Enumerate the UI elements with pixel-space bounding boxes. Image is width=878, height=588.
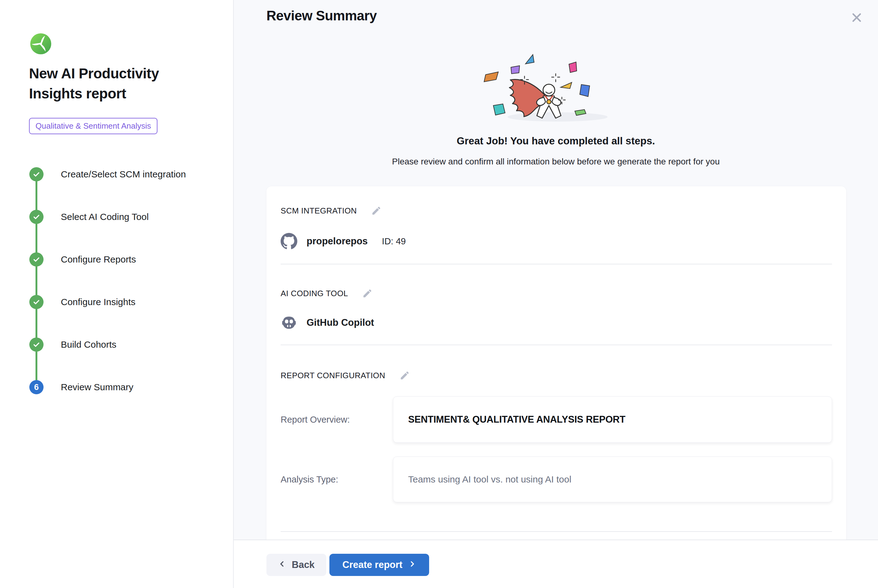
report-overview-value-box: SENTIMENT& QUALITATIVE ANALYSIS REPORT bbox=[393, 396, 832, 443]
step-label: Configure Reports bbox=[61, 254, 136, 265]
step-select-ai-coding-tool[interactable]: Select AI Coding Tool bbox=[29, 210, 149, 224]
close-icon[interactable] bbox=[849, 10, 864, 25]
report-overview-label: Report Overview: bbox=[281, 396, 393, 443]
step-label: Build Cohorts bbox=[61, 339, 116, 350]
scm-integration-name: propelorepos bbox=[307, 236, 368, 247]
congrats-subtext: Please review and confirm all informatio… bbox=[234, 157, 878, 166]
pencil-icon[interactable] bbox=[400, 370, 410, 381]
report-configuration-label: REPORT CONFIGURATION bbox=[281, 371, 385, 380]
pencil-icon[interactable] bbox=[362, 288, 373, 298]
analysis-type-value-box: Teams using AI tool vs. not using AI too… bbox=[393, 457, 832, 502]
report-type-badge: Qualitative & Sentiment Analysis bbox=[29, 118, 158, 134]
section-divider bbox=[281, 531, 832, 532]
section-divider bbox=[281, 345, 832, 345]
step-review-summary-active[interactable]: 6 Review Summary bbox=[29, 380, 133, 394]
analysis-type-row: Analysis Type: Teams using AI tool vs. n… bbox=[281, 457, 832, 502]
section-divider bbox=[281, 264, 832, 264]
step-label: Select AI Coding Tool bbox=[61, 212, 149, 222]
analysis-type-value: Teams using AI tool vs. not using AI too… bbox=[408, 474, 571, 484]
check-icon bbox=[29, 252, 44, 267]
step-create-select-scm-integration[interactable]: Create/Select SCM integration bbox=[29, 167, 186, 182]
wizard-sidebar: New AI Productivity Insights report Qual… bbox=[0, 0, 234, 588]
ai-coding-tool-value-row: GitHub Copilot bbox=[281, 314, 374, 332]
scm-integration-value-row: propelorepos ID: 49 bbox=[281, 232, 406, 250]
ai-coding-tool-name: GitHub Copilot bbox=[307, 317, 374, 328]
congrats-heading: Great Job! You have completed all steps. bbox=[234, 135, 878, 147]
report-overview-row: Report Overview: SENTIMENT& QUALITATIVE … bbox=[281, 396, 832, 443]
step-number-badge: 6 bbox=[29, 380, 44, 394]
chevron-right-icon bbox=[408, 559, 416, 570]
wizard-stepper: Create/Select SCM integration Select AI … bbox=[29, 167, 215, 397]
stepper-connector-line bbox=[36, 174, 38, 387]
back-button-label: Back bbox=[292, 559, 314, 570]
scm-integration-id: ID: 49 bbox=[382, 236, 406, 246]
back-button[interactable]: Back bbox=[266, 554, 326, 576]
report-title: New AI Productivity Insights report bbox=[29, 63, 183, 104]
scm-integration-label: SCM INTEGRATION bbox=[281, 206, 357, 216]
check-icon bbox=[29, 295, 44, 309]
pencil-icon[interactable] bbox=[371, 206, 382, 216]
github-copilot-icon bbox=[281, 314, 297, 331]
report-overview-value: SENTIMENT& QUALITATIVE ANALYSIS REPORT bbox=[408, 414, 625, 425]
step-configure-reports[interactable]: Configure Reports bbox=[29, 252, 136, 267]
step-build-cohorts[interactable]: Build Cohorts bbox=[29, 338, 116, 352]
analysis-type-label: Analysis Type: bbox=[281, 457, 393, 502]
scm-integration-section-header: SCM INTEGRATION bbox=[281, 206, 382, 216]
review-summary-panel: Review Summary bbox=[234, 0, 878, 588]
check-icon bbox=[29, 210, 44, 224]
celebration-illustration bbox=[469, 45, 642, 131]
wizard-footer: Back Create report bbox=[234, 540, 878, 588]
step-configure-insights[interactable]: Configure Insights bbox=[29, 295, 135, 309]
create-report-button[interactable]: Create report bbox=[329, 554, 429, 576]
ai-coding-tool-label: AI CODING TOOL bbox=[281, 289, 348, 298]
page-title: Review Summary bbox=[266, 8, 377, 24]
summary-card: SCM INTEGRATION propelorepos ID: 49 AI C… bbox=[266, 186, 846, 569]
ai-coding-tool-section-header: AI CODING TOOL bbox=[281, 288, 373, 298]
create-report-button-label: Create report bbox=[342, 559, 403, 570]
check-icon bbox=[29, 167, 44, 182]
chevron-left-icon bbox=[278, 559, 286, 570]
step-label: Configure Insights bbox=[61, 297, 135, 307]
propelo-propeller-icon bbox=[30, 33, 51, 54]
github-icon bbox=[281, 233, 297, 250]
report-configuration-section-header: REPORT CONFIGURATION bbox=[281, 370, 410, 381]
step-label: Create/Select SCM integration bbox=[61, 169, 186, 180]
step-label: Review Summary bbox=[61, 382, 133, 392]
check-icon bbox=[29, 338, 44, 352]
app-window: New AI Productivity Insights report Qual… bbox=[0, 0, 878, 588]
